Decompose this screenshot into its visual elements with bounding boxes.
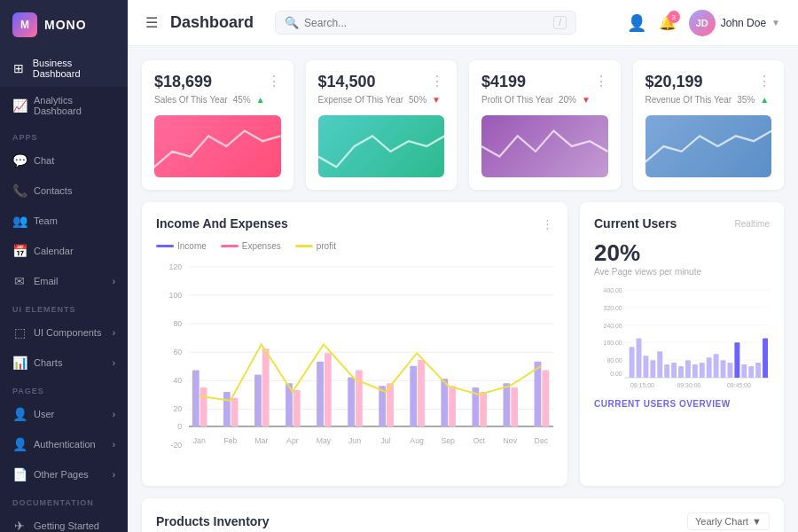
- svg-text:60: 60: [173, 348, 182, 356]
- svg-text:80: 80: [173, 319, 182, 328]
- grid-icon: ⊞: [12, 61, 26, 75]
- sidebar-item-label: Analytics Dashboard: [34, 95, 115, 116]
- docs-section-label: DOCUMENTATION: [0, 489, 128, 511]
- svg-rect-15: [192, 371, 200, 426]
- svg-rect-70: [678, 366, 684, 378]
- team-icon: 👥: [12, 214, 27, 228]
- current-users-title: Current Users: [594, 216, 677, 231]
- svg-rect-30: [418, 360, 425, 426]
- profit-value: $4199: [481, 73, 526, 91]
- sales-value: $18,699: [154, 73, 212, 91]
- expense-trend-icon: ▼: [432, 95, 441, 105]
- income-chart-title: Income And Expenses: [156, 216, 288, 231]
- svg-text:09:15:00: 09:15:00: [630, 382, 654, 388]
- revenue-percent: 35%: [737, 95, 755, 105]
- menu-icon[interactable]: ☰: [145, 14, 158, 31]
- profile-icon-btn[interactable]: 👤: [627, 13, 646, 33]
- sidebar-item-label: Calendar: [34, 246, 74, 256]
- sidebar-item-analytics-dashboard[interactable]: 📈 Analytics Dashboard: [0, 87, 128, 124]
- metric-card-profit: $4199 ⋮ Profit Of This Year 20% ▼: [469, 60, 621, 190]
- legend-profit-label: profit: [317, 241, 336, 251]
- profit-options[interactable]: ⋮: [594, 73, 608, 90]
- svg-rect-66: [650, 360, 655, 378]
- chart-line-icon: 📈: [12, 98, 27, 113]
- svg-rect-20: [262, 348, 270, 426]
- income-expenses-chart-svg: 120 100 80 60 40 20 0 -20: [156, 258, 553, 457]
- logo-icon: M: [12, 12, 37, 37]
- sidebar-item-chat[interactable]: 💬 Chat: [0, 145, 128, 176]
- sales-options[interactable]: ⋮: [267, 73, 281, 90]
- current-users-overview-link[interactable]: CURRENT USERS OVERVIEW: [594, 399, 770, 409]
- sidebar-item-label: User: [34, 409, 54, 419]
- inventory-title: Products Inventory: [156, 514, 270, 528]
- sidebar-item-email[interactable]: ✉ Email ›: [0, 266, 128, 296]
- svg-rect-80: [748, 366, 754, 378]
- svg-rect-35: [504, 383, 511, 426]
- inventory-row: Products Inventory Yearly Chart ▼: [142, 498, 784, 532]
- svg-rect-78: [734, 342, 739, 378]
- content-area: $18,699 ⋮ Sales Of This Year 45% ▲ $14,5: [128, 46, 798, 532]
- inventory-filter[interactable]: Yearly Chart ▼: [687, 512, 770, 530]
- metric-card-expense: $14,500 ⋮ Expense Of This Year 50% ▼: [306, 60, 458, 190]
- svg-rect-25: [348, 377, 355, 426]
- main-area: ☰ Dashboard 🔍 / 👤 🔔 3 JD John Doe ▼: [128, 0, 798, 532]
- sidebar-item-ui-components[interactable]: ⬚ UI Components ›: [0, 317, 128, 348]
- income-chart-options[interactable]: ⋮: [542, 217, 553, 231]
- sidebar-item-authentication[interactable]: 👤 Authentication ›: [0, 429, 128, 459]
- svg-text:Jul: Jul: [380, 436, 390, 445]
- svg-text:09:45:00: 09:45:00: [727, 382, 751, 388]
- sidebar-item-calendar[interactable]: 📅 Calendar: [0, 236, 128, 266]
- search-input[interactable]: [304, 17, 548, 29]
- yearly-chart-label: Yearly Chart: [695, 516, 748, 527]
- calendar-icon: 📅: [12, 244, 27, 258]
- user-menu[interactable]: JD John Doe ▼: [689, 10, 780, 36]
- svg-rect-82: [763, 338, 768, 378]
- svg-text:80.00: 80.00: [606, 357, 622, 364]
- revenue-value: $20,199: [645, 73, 703, 91]
- svg-rect-81: [755, 363, 761, 378]
- expense-percent: 50%: [409, 95, 426, 105]
- svg-text:320.00: 320.00: [604, 305, 622, 311]
- svg-rect-24: [325, 353, 332, 426]
- svg-text:Jan: Jan: [193, 436, 206, 445]
- svg-rect-17: [223, 392, 231, 426]
- svg-rect-16: [200, 387, 207, 426]
- sidebar-item-label: Team: [34, 215, 58, 226]
- ui-elements-section-label: UI ELEMENTS: [0, 296, 128, 317]
- sidebar-item-label: Chat: [34, 155, 54, 166]
- notification-badge: 3: [668, 11, 680, 23]
- sidebar-item-getting-started[interactable]: ✈ Getting Started: [0, 511, 128, 532]
- svg-text:160.00: 160.00: [604, 340, 622, 346]
- notification-btn[interactable]: 🔔 3: [659, 14, 677, 31]
- metric-cards: $18,699 ⋮ Sales Of This Year 45% ▲ $14,5: [142, 60, 784, 190]
- svg-rect-31: [441, 379, 448, 426]
- sidebar-item-user[interactable]: 👤 User ›: [0, 399, 128, 429]
- expense-options[interactable]: ⋮: [430, 73, 444, 90]
- svg-rect-37: [535, 362, 542, 426]
- user-icon: 👤: [12, 407, 27, 421]
- svg-rect-63: [630, 347, 635, 378]
- chevron-right-icon: ›: [113, 440, 115, 450]
- sidebar-item-charts[interactable]: 📊 Charts ›: [0, 348, 128, 378]
- svg-rect-65: [643, 356, 648, 378]
- pages-section-label: PAGES: [0, 378, 128, 399]
- sidebar-item-team[interactable]: 👥 Team: [0, 206, 128, 236]
- apps-section-label: APPS: [0, 124, 128, 145]
- sales-sparkline: [154, 115, 281, 177]
- revenue-options[interactable]: ⋮: [757, 73, 771, 90]
- chevron-right-icon: ›: [113, 470, 115, 480]
- svg-text:0: 0: [177, 422, 182, 431]
- metric-card-revenue: $20,199 ⋮ Revenue Of This Year 35% ▲: [633, 60, 785, 190]
- sidebar-item-label: Charts: [34, 357, 62, 368]
- charts-row: Income And Expenses ⋮ Income Expenses pr…: [142, 202, 784, 486]
- sidebar-item-business-dashboard[interactable]: ⊞ Business Dashboard: [0, 50, 128, 87]
- svg-rect-18: [231, 398, 239, 426]
- svg-rect-38: [542, 371, 549, 426]
- expense-label: Expense Of This Year: [318, 95, 404, 105]
- search-bar: 🔍 /: [275, 11, 576, 35]
- svg-rect-74: [707, 357, 712, 378]
- sidebar-item-contacts[interactable]: 📞 Contacts: [0, 176, 128, 206]
- avatar: JD: [689, 10, 716, 36]
- realtime-label: Realtime: [735, 219, 770, 229]
- sidebar-item-other-pages[interactable]: 📄 Other Pages ›: [0, 459, 128, 489]
